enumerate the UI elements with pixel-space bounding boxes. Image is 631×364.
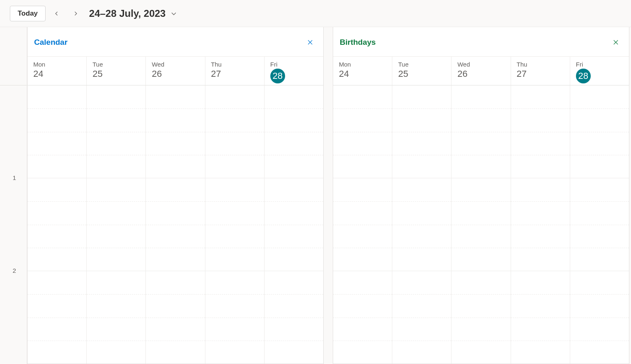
day-header[interactable]: Thu27 xyxy=(205,57,265,85)
subdivision-line xyxy=(570,341,629,341)
hour-cell[interactable] xyxy=(28,85,86,178)
subdivision-line xyxy=(87,318,145,318)
hour-cell[interactable] xyxy=(205,271,264,364)
subdivision-line xyxy=(87,225,145,225)
hour-cell[interactable] xyxy=(87,85,145,178)
day-header[interactable]: Tue25 xyxy=(392,57,451,85)
subdivision-line xyxy=(265,294,323,295)
day-number: 27 xyxy=(211,69,221,79)
hour-cell[interactable] xyxy=(265,271,323,364)
hour-cell[interactable] xyxy=(205,178,264,271)
grid-body xyxy=(333,85,629,364)
subdivision-line xyxy=(392,318,451,318)
day-column[interactable] xyxy=(146,85,205,364)
day-header[interactable]: Wed26 xyxy=(451,57,511,85)
subdivision-line xyxy=(87,294,145,295)
day-name: Fri xyxy=(576,61,629,68)
day-column[interactable] xyxy=(511,85,570,364)
close-panel-button[interactable] xyxy=(610,37,622,48)
day-header[interactable]: Fri28 xyxy=(570,57,629,85)
hour-cell[interactable] xyxy=(511,271,570,364)
next-button[interactable] xyxy=(68,6,83,21)
day-header[interactable]: Mon24 xyxy=(28,57,87,85)
day-number: 24 xyxy=(339,69,349,79)
hour-cell[interactable] xyxy=(392,85,451,178)
hour-cell[interactable] xyxy=(451,178,510,271)
subdivision-line xyxy=(205,248,264,248)
subdivision-line xyxy=(87,341,145,341)
hour-cell[interactable] xyxy=(28,271,86,364)
day-column[interactable] xyxy=(451,85,511,364)
hour-cell[interactable] xyxy=(265,85,323,178)
calendars-container: 1 2 CalendarMon24Tue25Wed26Thu27Fri28Bir… xyxy=(0,27,631,364)
subdivision-line xyxy=(451,155,510,155)
subdivision-line xyxy=(451,225,510,225)
hour-cell[interactable] xyxy=(511,178,570,271)
subdivision-line xyxy=(205,225,264,225)
subdivision-line xyxy=(333,318,392,318)
subdivision-line xyxy=(146,155,205,155)
hour-cell[interactable] xyxy=(87,271,145,364)
day-header[interactable]: Tue25 xyxy=(87,57,146,85)
panel-title-row: Birthdays xyxy=(333,27,629,57)
day-header[interactable]: Wed26 xyxy=(146,57,205,85)
subdivision-line xyxy=(265,318,323,318)
hour-cell[interactable] xyxy=(146,271,205,364)
hour-cell[interactable] xyxy=(392,271,451,364)
subdivision-line xyxy=(265,155,323,155)
subdivision-line xyxy=(333,132,392,132)
panel-title[interactable]: Birthdays xyxy=(340,38,376,47)
day-name: Mon xyxy=(339,61,392,68)
hour-cell[interactable] xyxy=(205,85,264,178)
calendar-panel-calendar: CalendarMon24Tue25Wed26Thu27Fri28 xyxy=(27,27,324,364)
close-panel-button[interactable] xyxy=(304,37,316,48)
hour-cell[interactable] xyxy=(511,85,570,178)
subdivision-line xyxy=(570,132,629,132)
hour-cell[interactable] xyxy=(146,178,205,271)
hour-cell[interactable] xyxy=(570,271,629,364)
day-number-today: 28 xyxy=(576,69,591,83)
hour-cell[interactable] xyxy=(451,271,510,364)
subdivision-line xyxy=(87,132,145,132)
day-column[interactable] xyxy=(87,85,146,364)
subdivision-line xyxy=(333,108,392,109)
day-header[interactable]: Thu27 xyxy=(511,57,570,85)
hour-cell[interactable] xyxy=(333,85,392,178)
day-header[interactable]: Fri28 xyxy=(265,57,323,85)
subdivision-line xyxy=(451,294,510,295)
subdivision-line xyxy=(205,132,264,132)
hour-cell[interactable] xyxy=(87,178,145,271)
hour-cell[interactable] xyxy=(333,178,392,271)
day-header[interactable]: Mon24 xyxy=(333,57,392,85)
day-column[interactable] xyxy=(205,85,265,364)
day-column[interactable] xyxy=(392,85,451,364)
day-column[interactable] xyxy=(570,85,629,364)
date-range-picker[interactable]: 24–28 July, 2023 xyxy=(89,8,177,19)
hour-cell[interactable] xyxy=(570,85,629,178)
hour-cell[interactable] xyxy=(265,178,323,271)
prev-button[interactable] xyxy=(49,6,64,21)
subdivision-line xyxy=(28,318,86,318)
hour-cell[interactable] xyxy=(333,271,392,364)
today-button[interactable]: Today xyxy=(10,6,46,21)
hour-cell[interactable] xyxy=(392,178,451,271)
day-name: Thu xyxy=(211,61,264,68)
subdivision-line xyxy=(333,201,392,202)
subdivision-line xyxy=(28,248,86,248)
hour-cell[interactable] xyxy=(570,178,629,271)
day-number: 27 xyxy=(517,69,527,79)
subdivision-line xyxy=(146,225,205,225)
day-column[interactable] xyxy=(265,85,323,364)
day-column[interactable] xyxy=(333,85,392,364)
time-slot: 1 xyxy=(0,178,27,271)
panel-title[interactable]: Calendar xyxy=(34,38,67,47)
subdivision-line xyxy=(392,132,451,132)
subdivision-line xyxy=(205,294,264,295)
grid-body xyxy=(28,85,323,364)
hour-cell[interactable] xyxy=(451,85,510,178)
hour-cell[interactable] xyxy=(28,178,86,271)
hour-cell[interactable] xyxy=(146,85,205,178)
subdivision-line xyxy=(205,341,264,341)
day-column[interactable] xyxy=(28,85,87,364)
subdivision-line xyxy=(511,108,570,109)
